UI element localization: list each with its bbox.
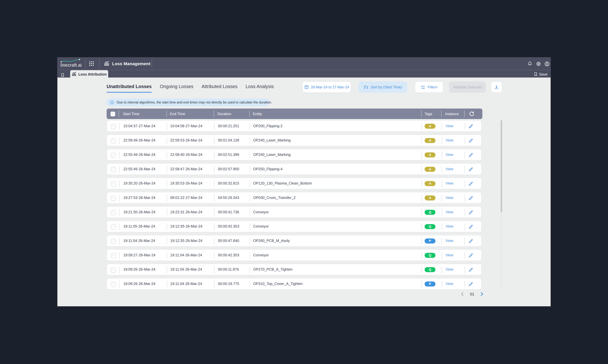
column-separator [465,252,465,259]
tab-unattributed-losses[interactable]: Unattributed Losses [107,84,152,93]
app-grid-icon[interactable] [89,61,94,68]
row-checkbox[interactable]: ✓ [111,167,116,172]
workspace-tab-loss-attribution[interactable]: Loss Attribution [70,70,108,78]
column-separator [250,152,250,158]
check-icon: ✓ [112,154,115,156]
row-checkbox[interactable]: ✓ [111,138,116,143]
cell-start-time: 19:11:05·26-Mar-24 [123,221,155,232]
table-row: ✓19:11:05·26-Mar-2419:12:35·26-Mar-2400:… [107,221,482,232]
edit-pencil-icon[interactable] [467,224,475,230]
edit-pencil-icon[interactable] [467,195,475,201]
cell-entity: OP200_Flipping-2 [253,121,283,131]
cell-start-time: 19:27:53·26-Mar-24 [123,192,155,203]
cell-duration: 04:55:29.343 [218,192,239,203]
cell-entity: Conveyor [253,221,269,232]
edit-pencil-icon[interactable] [467,152,475,158]
row-checkbox[interactable]: ✓ [111,195,116,201]
save-bookmark-icon [534,72,537,76]
column-separator [421,266,422,273]
column-separator [250,252,250,259]
view-link[interactable]: View [445,149,453,160]
view-link[interactable]: View [445,264,453,275]
row-checkbox[interactable]: ✓ [111,267,116,272]
row-checkbox[interactable]: ✓ [111,181,116,186]
edit-pencil-icon[interactable] [467,267,475,273]
column-header-duration: Duration [218,108,231,119]
attribute-selected-button[interactable]: Attribute Selected [449,81,486,93]
column-separator [167,238,167,245]
info-banner: Due to internal algorithms, the start ti… [107,98,269,106]
view-link[interactable]: View [445,235,453,246]
view-link[interactable]: View [445,135,453,146]
column-separator [250,266,250,273]
table-row: ✓22:58:49·26-Mar-2422:59:53·26-Mar-2400:… [107,135,482,146]
table-row: ✓19:35:20·26-Mar-2419:35:53·26-Mar-2400:… [107,178,482,189]
tab-loss-analysis[interactable]: Loss Analysis [246,84,274,93]
select-all-checkbox[interactable]: ✓ [111,111,115,116]
cell-duration: 00:00:11.876 [218,264,239,275]
next-page-icon[interactable] [480,292,483,296]
edit-pencil-icon[interactable] [467,138,475,144]
cell-duration: 00:00:47.840 [218,235,239,246]
date-range-button[interactable]: 26-Mar-24 to 27-Mar-24 [302,81,351,93]
cell-duration: 00:00:42.353 [218,221,239,232]
save-button[interactable]: Save [534,70,547,78]
filters-button[interactable]: Filters [415,81,443,93]
column-separator [464,111,465,117]
edit-pencil-icon[interactable] [467,252,475,259]
view-link[interactable]: View [445,178,453,189]
download-button[interactable] [491,81,502,93]
refresh-icon[interactable] [468,111,475,117]
table-row: ✓10:04:37·27-Mar-2410:04:58·27-Mar-2400:… [107,120,482,132]
column-separator [442,223,442,230]
notifications-bell-icon[interactable] [527,61,532,68]
edit-pencil-icon[interactable] [467,123,475,130]
edit-pencil-icon[interactable] [467,209,475,216]
prev-page-icon[interactable] [461,292,464,296]
view-link[interactable]: View [445,121,453,131]
info-banner-text: Due to internal algorithms, the start ti… [117,101,272,104]
cell-duration: 00:00:32.815 [218,178,239,189]
edit-pencil-icon[interactable] [467,238,475,244]
view-link[interactable]: View [445,207,453,218]
row-checkbox[interactable]: ✓ [111,282,116,287]
scrollbar-thumb[interactable] [501,120,502,212]
check-icon: ✓ [112,254,115,257]
table-row: ✓22:55:49·26-Mar-2422:58:47·26-Mar-2400:… [107,163,482,175]
cell-end-time: 19:12:35·26-Mar-24 [170,235,202,246]
cell-start-time: 22:58:49·26-Mar-24 [123,135,155,146]
tag-badge: Q [425,253,435,258]
tab-attributed-losses[interactable]: Attributed Losses [202,84,237,93]
view-link[interactable]: View [445,164,453,174]
save-label: Save [539,72,547,76]
edit-pencil-icon[interactable] [467,181,475,187]
row-checkbox[interactable]: ✓ [111,253,116,258]
column-header-start-time: Start Time [123,108,140,119]
column-separator [167,209,167,216]
sort-button[interactable]: Sort by (Start Time) [359,81,407,93]
column-separator [421,152,422,158]
row-checkbox[interactable]: ✓ [111,224,116,229]
row-checkbox[interactable]: ✓ [111,153,116,158]
row-checkbox[interactable]: ✓ [111,124,116,129]
view-link[interactable]: View [445,250,453,260]
profile-avatar-icon[interactable] [544,61,550,68]
row-checkbox[interactable]: ✓ [111,210,116,215]
column-separator [421,111,422,117]
tag-badge: Q [425,224,435,229]
edit-pencil-icon[interactable] [467,166,475,173]
row-checkbox[interactable]: ✓ [111,239,116,244]
settings-gear-icon[interactable] [536,61,541,68]
tab-ongoing-losses[interactable]: Ongoing Losses [160,84,194,93]
column-separator [119,281,119,287]
view-link[interactable]: View [445,278,453,289]
column-separator [250,180,250,187]
view-link[interactable]: View [445,192,453,203]
table-row: ✓19:27:53·26-Mar-2408:01:22·27-Mar-2404:… [107,192,482,204]
edit-pencil-icon[interactable] [467,281,475,287]
column-separator [442,195,442,202]
cell-entity: OP240_Laser_Marking [253,135,291,146]
column-separator [119,123,119,130]
column-separator [250,137,250,144]
view-link[interactable]: View [445,221,453,232]
